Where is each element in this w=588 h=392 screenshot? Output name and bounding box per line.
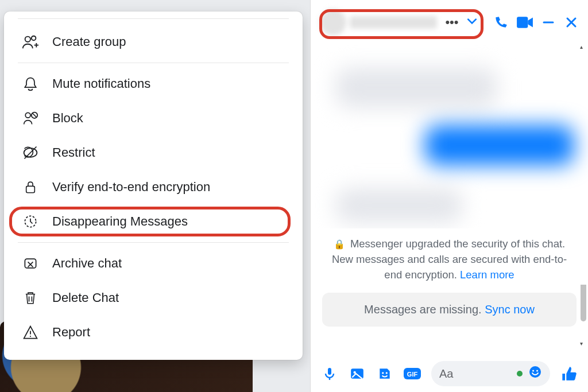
message-input[interactable]: Aa xyxy=(431,361,550,386)
people-plus-icon xyxy=(21,33,40,51)
svg-point-18 xyxy=(532,370,534,372)
bell-icon xyxy=(21,75,40,93)
menu-item-report[interactable]: Report xyxy=(4,315,303,350)
menu-item-label: Verify end-to-end encryption xyxy=(52,180,210,195)
messages-missing-banner: Messages are missing. Sync now xyxy=(322,293,577,327)
learn-more-link[interactable]: Learn more xyxy=(460,269,514,281)
more-options-icon[interactable]: ••• xyxy=(445,15,458,30)
video-call-button[interactable] xyxy=(516,13,533,32)
svg-rect-7 xyxy=(25,259,36,268)
like-button[interactable] xyxy=(560,365,578,382)
encryption-notice: 🔒 Messenger upgraded the security of thi… xyxy=(311,228,588,285)
scroll-up-caret[interactable]: ▴ xyxy=(580,44,583,50)
block-user-icon xyxy=(21,109,40,127)
archive-icon xyxy=(21,254,40,273)
svg-point-0 xyxy=(25,37,30,42)
scroll-down-caret[interactable]: ▾ xyxy=(580,340,583,347)
svg-point-1 xyxy=(32,36,36,41)
menu-divider xyxy=(18,63,289,63)
menu-item-archive[interactable]: Archive chat xyxy=(4,246,303,281)
message-input-placeholder: Aa xyxy=(439,367,453,381)
chat-window: ••• 🔒 Messenger upgraded the security of… xyxy=(310,0,588,392)
chat-contact-name[interactable] xyxy=(320,9,437,36)
menu-item-label: Delete Chat xyxy=(52,290,119,305)
menu-item-label: Create group xyxy=(52,34,126,49)
svg-point-17 xyxy=(529,366,541,378)
encryption-notice-text: Messenger upgraded the security of this … xyxy=(332,238,567,281)
svg-point-13 xyxy=(382,372,384,374)
chat-body: 🔒 Messenger upgraded the security of thi… xyxy=(311,45,588,355)
gif-icon[interactable]: GIF xyxy=(404,365,421,382)
missing-text: Messages are missing. xyxy=(364,303,482,316)
menu-item-label: Disappearing Messages xyxy=(52,214,188,229)
menu-item-block[interactable]: Block xyxy=(4,101,303,135)
gallery-icon[interactable] xyxy=(349,365,366,382)
menu-item-verify-encryption[interactable]: Verify end-to-end encryption xyxy=(4,170,303,204)
active-status-dot xyxy=(517,371,523,377)
menu-item-label: Archive chat xyxy=(52,256,122,271)
menu-item-label: Mute notifications xyxy=(52,76,150,91)
svg-rect-9 xyxy=(517,17,528,28)
chat-header: ••• xyxy=(311,0,588,45)
menu-item-create-group[interactable]: Create group xyxy=(4,25,303,59)
minimize-button[interactable] xyxy=(541,13,556,32)
chevron-down-icon[interactable] xyxy=(467,16,477,29)
voice-call-button[interactable] xyxy=(493,13,508,32)
warning-icon xyxy=(21,323,40,341)
svg-point-14 xyxy=(386,372,388,374)
menu-divider xyxy=(18,18,289,19)
disappearing-timer-icon xyxy=(21,212,40,231)
avatar xyxy=(320,9,346,36)
restrict-icon xyxy=(21,143,40,162)
menu-divider xyxy=(18,242,289,243)
svg-point-2 xyxy=(25,112,30,118)
chat-composer: GIF Aa xyxy=(311,355,588,392)
menu-item-label: Report xyxy=(52,325,90,340)
trash-icon xyxy=(21,289,40,307)
lock-icon: 🔒 xyxy=(334,239,345,249)
svg-rect-5 xyxy=(26,186,35,192)
menu-item-label: Restrict xyxy=(52,145,95,160)
svg-rect-10 xyxy=(328,368,331,375)
sticker-icon[interactable] xyxy=(376,365,393,382)
close-button[interactable] xyxy=(564,13,579,32)
emoji-picker-icon[interactable] xyxy=(528,365,542,382)
chat-settings-menu: Create group Mute notifications Block xyxy=(4,11,303,360)
menu-item-restrict[interactable]: Restrict xyxy=(4,135,303,170)
svg-point-8 xyxy=(30,336,31,337)
sync-now-link[interactable]: Sync now xyxy=(485,303,535,316)
svg-text:GIF: GIF xyxy=(407,371,418,378)
contact-name-text xyxy=(350,16,437,29)
menu-item-disappearing-messages[interactable]: Disappearing Messages xyxy=(4,204,303,239)
lock-icon xyxy=(21,178,40,196)
scrollbar[interactable]: ▴ ▾ xyxy=(579,46,586,344)
menu-item-label: Block xyxy=(52,111,83,126)
voice-clip-icon[interactable] xyxy=(321,365,338,382)
menu-item-mute[interactable]: Mute notifications xyxy=(4,67,303,101)
svg-point-19 xyxy=(536,370,538,372)
menu-item-delete-chat[interactable]: Delete Chat xyxy=(4,281,303,315)
